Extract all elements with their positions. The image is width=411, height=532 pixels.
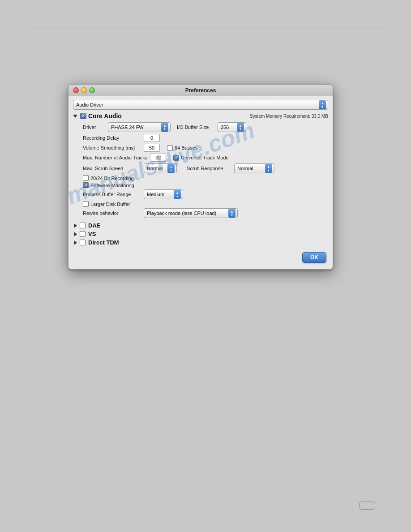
system-memory-label: System Memory Requirement: 33,0 MB <box>250 114 328 119</box>
direct-tdm-label: Direct TDM <box>88 239 119 246</box>
window-controls <box>73 87 95 93</box>
process-buffer-select[interactable]: Medium ▲ ▼ <box>144 189 183 199</box>
process-buffer-arrow[interactable]: ▲ ▼ <box>174 190 181 199</box>
rewire-arrow[interactable]: ▲ ▼ <box>228 209 235 218</box>
volume-smoothing-row: Volume Smoothing [ms] 50 64 Busses <box>83 144 328 152</box>
recording-2024-row: 20/24 Bit Recording <box>83 175 328 181</box>
recording-delay-input[interactable]: 0 <box>144 134 160 142</box>
maximize-button[interactable] <box>89 87 95 93</box>
dae-section: DAE <box>73 222 328 229</box>
scrub-response-label: Scrub Response <box>187 166 231 171</box>
buses-64-checkbox[interactable] <box>167 145 173 151</box>
max-audio-tracks-input[interactable]: 32 <box>150 154 166 162</box>
driver-row: Driver PHASE 24 FW ▲ ▼ I/O Buffer Size 2… <box>83 122 328 132</box>
minimize-button[interactable] <box>81 87 87 93</box>
dae-checkbox[interactable] <box>80 223 86 228</box>
recording-2024-label: 20/24 Bit Recording <box>90 176 134 181</box>
page-background: manualsHive.com Preferences Audio Driver… <box>0 0 411 532</box>
buses-64-label: 64 Busses <box>175 145 197 150</box>
scrub-response-select[interactable]: Normal ▲ ▼ <box>234 163 274 173</box>
volume-smoothing-input[interactable]: 50 <box>144 144 160 152</box>
collapse-triangle-icon[interactable] <box>73 115 77 118</box>
scrub-response-value: Normal <box>237 166 253 171</box>
universal-track-checkbox[interactable]: ✓ <box>173 155 179 161</box>
larger-disk-row: Larger Disk Buffer <box>83 201 328 207</box>
recording-delay-row: Recording Delay 0 <box>83 134 328 142</box>
universal-track-label: Universal Track Mode <box>181 155 228 160</box>
direct-tdm-expand-icon[interactable] <box>74 240 77 245</box>
core-audio-title: Core Audio <box>88 112 122 120</box>
recording-2024-checkbox[interactable] <box>83 175 89 181</box>
larger-disk-checkbox[interactable] <box>83 201 89 207</box>
audio-driver-select[interactable]: Audio Driver ▲ ▼ <box>73 100 328 110</box>
max-tracks-row: Max. Number of Audio Tracks 32 ✓ Univers… <box>83 154 328 162</box>
max-audio-tracks-label: Max. Number of Audio Tracks <box>83 155 147 160</box>
page-badge <box>359 502 375 510</box>
rewire-row: Rewire behavior Playback mode (less CPU … <box>83 208 328 218</box>
audio-driver-value: Audio Driver <box>76 102 103 107</box>
scrub-speed-select[interactable]: Normal ▲ ▼ <box>144 163 177 173</box>
rewire-value: Playback mode (less CPU load) <box>147 210 216 216</box>
io-buffer-label: I/O Buffer Size <box>177 124 215 130</box>
larger-disk-label: Larger Disk Buffer <box>90 202 130 207</box>
driver-select[interactable]: PHASE 24 FW ▲ ▼ <box>108 122 171 132</box>
checkmark-icon: ✓ <box>175 155 178 160</box>
vs-expand-icon[interactable] <box>74 232 77 236</box>
vs-label: VS <box>88 231 96 237</box>
close-button[interactable] <box>73 87 79 93</box>
section-left: ✓ Core Audio <box>73 112 122 120</box>
process-buffer-value: Medium <box>147 192 164 197</box>
io-buffer-value: 256 <box>221 124 229 130</box>
direct-tdm-checkbox[interactable] <box>80 240 86 245</box>
driver-select-arrow[interactable]: ▲ ▼ <box>161 123 168 132</box>
core-audio-checkbox[interactable]: ✓ <box>80 113 86 119</box>
scrub-speed-value: Normal <box>147 166 163 171</box>
rewire-label: Rewire behavior <box>83 210 141 216</box>
checkmark-icon: ✓ <box>81 114 85 118</box>
scrub-speed-arrow[interactable]: ▲ ▼ <box>167 164 175 173</box>
volume-smoothing-label: Volume Smoothing [ms] <box>83 145 141 150</box>
process-buffer-label: Process Buffer Range <box>83 192 141 197</box>
ok-button[interactable]: OK <box>302 252 326 263</box>
software-monitoring-label: Software Monitoring <box>90 183 134 188</box>
scrub-response-arrow[interactable]: ▲ ▼ <box>265 164 272 173</box>
scrub-speed-row: Max. Scrub Speed Normal ▲ ▼ Scrub Respon… <box>83 163 328 173</box>
recording-delay-label: Recording Delay <box>83 135 141 141</box>
process-buffer-row: Process Buffer Range Medium ▲ ▼ <box>83 189 328 199</box>
bottom-divider <box>27 496 384 496</box>
preferences-dialog: Preferences Audio Driver ▲ ▼ ✓ <box>68 84 333 270</box>
dialog-body: Audio Driver ▲ ▼ ✓ Core Audio System Mem… <box>68 96 333 269</box>
io-buffer-arrow[interactable]: ▲ ▼ <box>237 123 244 132</box>
vs-checkbox[interactable] <box>80 231 86 237</box>
buses-64-row: 64 Busses <box>167 145 197 151</box>
dialog-title: Preferences <box>185 87 216 94</box>
software-monitoring-checkbox[interactable]: ✓ <box>83 182 89 188</box>
separator-1 <box>73 220 328 220</box>
io-buffer-select[interactable]: 256 ▲ ▼ <box>218 122 246 132</box>
software-monitoring-row: ✓ Software Monitoring <box>83 182 328 188</box>
dae-label: DAE <box>88 222 100 229</box>
dae-expand-icon[interactable] <box>74 223 77 228</box>
audio-driver-arrow[interactable]: ▲ ▼ <box>319 100 326 109</box>
title-bar: Preferences <box>68 85 333 96</box>
top-divider <box>27 27 384 27</box>
audio-driver-row: Audio Driver ▲ ▼ <box>73 100 328 110</box>
core-audio-content: Driver PHASE 24 FW ▲ ▼ I/O Buffer Size 2… <box>73 122 328 218</box>
scrub-speed-label: Max. Scrub Speed <box>83 166 141 171</box>
core-audio-section-header: ✓ Core Audio System Memory Requirement: … <box>73 112 328 120</box>
universal-track-row: ✓ Universal Track Mode <box>173 155 228 161</box>
direct-tdm-section: Direct TDM <box>73 239 328 246</box>
ok-row: OK <box>73 248 328 265</box>
driver-value: PHASE 24 FW <box>111 124 144 130</box>
checkmark-icon: ✓ <box>84 183 88 188</box>
vs-section: VS <box>73 231 328 237</box>
rewire-select[interactable]: Playback mode (less CPU load) ▲ ▼ <box>144 208 238 218</box>
driver-label: Driver <box>83 124 105 130</box>
